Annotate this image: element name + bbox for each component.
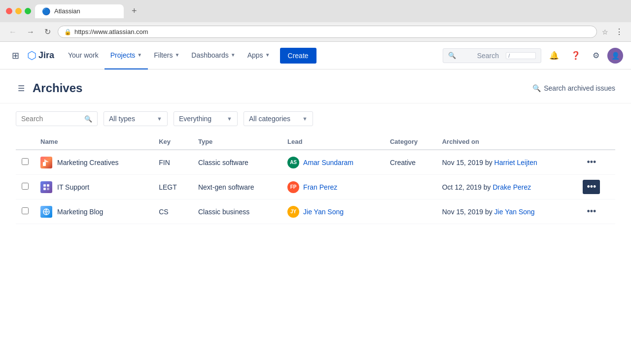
search-kbd: /: [506, 52, 536, 59]
lead-link[interactable]: Amar Sundaram: [303, 159, 353, 166]
url-input[interactable]: [74, 28, 591, 35]
back-button[interactable]: ←: [6, 26, 20, 38]
row-key: CS: [153, 199, 192, 224]
th-category: Category: [384, 134, 436, 150]
nav-right: 🔍 Search / 🔔 ❓ ⚙ 👤: [443, 47, 623, 64]
user-avatar[interactable]: 👤: [607, 48, 623, 64]
row-type: Classic business: [192, 199, 281, 224]
nav-projects[interactable]: Projects ▼: [105, 42, 148, 69]
row-lead: ASAmar Sundaram: [281, 150, 384, 175]
row-checkbox[interactable]: [22, 183, 29, 190]
global-search-box[interactable]: 🔍 Search /: [443, 48, 541, 63]
settings-button[interactable]: ⚙: [589, 47, 603, 64]
create-button[interactable]: Create: [280, 48, 316, 64]
jira-logo[interactable]: ⬡ Jira: [27, 49, 54, 62]
row-category: [384, 175, 436, 199]
tab-title: Atlassian: [54, 7, 80, 15]
archived-by-link[interactable]: Jie Yan Song: [494, 208, 535, 216]
row-type: Classic software: [192, 150, 281, 175]
row-name: Marketing Creatives: [35, 150, 153, 175]
nav-your-work[interactable]: Your work: [62, 42, 105, 69]
traffic-light-minimize[interactable]: [15, 8, 22, 14]
row-category: Creative: [384, 150, 436, 175]
filter-search-box[interactable]: 🔍: [16, 111, 98, 126]
row-archived-on: Nov 15, 2019 by Harriet Leijten: [436, 150, 577, 175]
row-actions: •••: [577, 199, 615, 224]
row-lead: FPFran Perez: [281, 175, 384, 199]
filter-everything-select[interactable]: Everything ▼: [174, 111, 238, 126]
row-checkbox-cell: [16, 199, 35, 224]
projects-chevron: ▼: [137, 52, 142, 58]
traffic-light-fullscreen[interactable]: [25, 8, 31, 14]
address-bar[interactable]: 🔒: [58, 26, 597, 38]
browser-tab[interactable]: 🔵 Atlassian: [35, 4, 124, 18]
filter-type-select[interactable]: All types ▼: [104, 111, 168, 126]
archives-title-row: ☰ Archives: [16, 81, 82, 95]
archived-by-link[interactable]: Drake Perez: [492, 183, 531, 191]
new-tab-button[interactable]: +: [128, 4, 141, 18]
svg-rect-4: [43, 188, 46, 190]
row-checkbox-cell: [16, 175, 35, 199]
project-icon: [40, 206, 52, 218]
lead-link[interactable]: Jie Yan Song: [303, 208, 344, 216]
row-name: IT Support: [35, 175, 153, 199]
jira-logo-icon: ⬡: [27, 49, 36, 62]
search-archived-button[interactable]: 🔍 Search archived issues: [532, 84, 615, 92]
sidebar-toggle-button[interactable]: ☰: [16, 82, 27, 95]
reload-button[interactable]: ↻: [41, 25, 54, 38]
lead-avatar: AS: [287, 157, 299, 168]
archives-table: Name Key Type Lead Category Archived on …: [16, 134, 615, 224]
project-name: IT Support: [57, 183, 89, 191]
lead-avatar: FP: [287, 181, 299, 193]
th-type: Type: [192, 134, 281, 150]
table-row: Marketing CreativesFINClassic softwareAS…: [16, 150, 615, 175]
row-checkbox[interactable]: [22, 207, 29, 214]
svg-rect-3: [47, 184, 49, 187]
row-key: FIN: [153, 150, 192, 175]
project-icon: [40, 157, 52, 168]
svg-rect-5: [47, 188, 49, 190]
row-type: Next-gen software: [192, 175, 281, 199]
help-button[interactable]: ❓: [567, 47, 585, 64]
row-category: [384, 199, 436, 224]
th-name: Name: [35, 134, 153, 150]
lead-avatar: JY: [287, 206, 299, 218]
nav-filters[interactable]: Filters ▼: [148, 42, 185, 69]
lead-link[interactable]: Fran Perez: [303, 183, 337, 191]
notifications-button[interactable]: 🔔: [545, 47, 563, 64]
th-lead: Lead: [281, 134, 384, 150]
grid-apps-button[interactable]: ⊞: [8, 46, 23, 65]
row-checkbox[interactable]: [22, 158, 29, 165]
project-icon: [40, 181, 52, 193]
svg-rect-2: [43, 184, 46, 187]
filter-search-input[interactable]: [21, 115, 80, 123]
th-actions: [577, 134, 615, 150]
bookmark-button[interactable]: ☆: [601, 27, 609, 37]
archives-title: Archives: [33, 81, 82, 95]
more-actions-button[interactable]: •••: [583, 180, 600, 194]
menu-button[interactable]: ⋮: [613, 25, 625, 38]
table-row: Marketing BlogCSClassic businessJYJie Ya…: [16, 199, 615, 224]
search-archived-icon: 🔍: [532, 84, 541, 92]
archives-table-container: Name Key Type Lead Category Archived on …: [0, 134, 631, 224]
row-lead: JYJie Yan Song: [281, 199, 384, 224]
nav-apps[interactable]: Apps ▼: [242, 42, 276, 69]
archived-by-link[interactable]: Harriet Leijten: [494, 159, 537, 166]
tab-favicon: 🔵: [42, 7, 50, 15]
forward-button[interactable]: →: [24, 26, 37, 38]
svg-rect-0: [43, 162, 46, 166]
project-name: Marketing Creatives: [57, 159, 119, 166]
filter-categories-select[interactable]: All categories ▼: [244, 111, 313, 126]
nav-dashboards[interactable]: Dashboards ▼: [185, 42, 241, 69]
row-checkbox-cell: [16, 150, 35, 175]
traffic-light-close[interactable]: [6, 8, 12, 14]
more-actions-button[interactable]: •••: [583, 204, 600, 219]
project-name: Marketing Blog: [57, 208, 103, 216]
table-row: IT SupportLEGTNext-gen softwareFPFran Pe…: [16, 175, 615, 199]
jira-logo-text: Jira: [38, 50, 54, 61]
row-key: LEGT: [153, 175, 192, 199]
row-actions: •••: [577, 150, 615, 175]
th-archived-on: Archived on: [436, 134, 577, 150]
filters-chevron: ▼: [175, 52, 179, 58]
more-actions-button[interactable]: •••: [583, 155, 600, 169]
